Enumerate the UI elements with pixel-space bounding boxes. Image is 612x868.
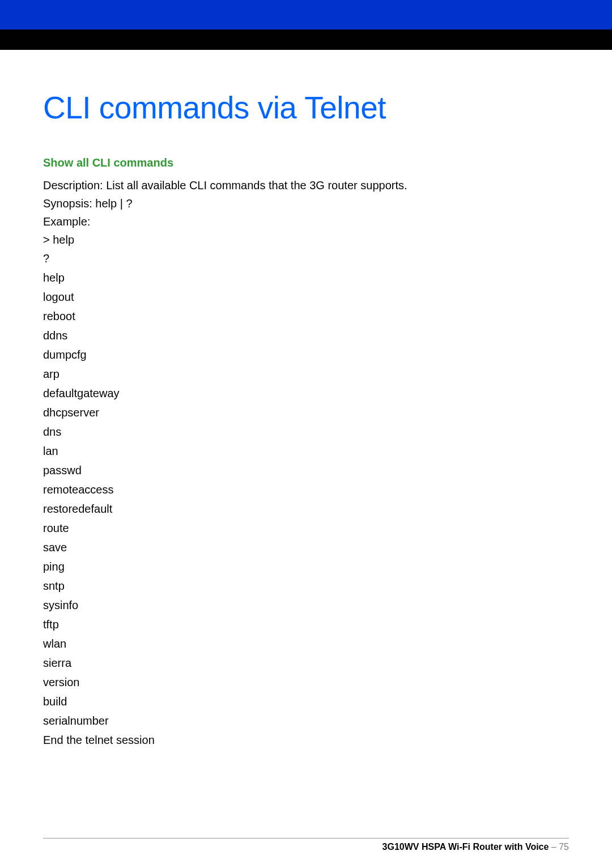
- command-line: logout: [43, 287, 569, 307]
- command-line: serialnumber: [43, 711, 569, 730]
- document-page: CLI commands via Telnet Show all CLI com…: [0, 0, 612, 868]
- command-line: sysinfo: [43, 595, 569, 615]
- description-line: Description: List all available CLI comm…: [43, 176, 569, 194]
- command-line: ?: [43, 249, 569, 268]
- command-line: help: [43, 268, 569, 287]
- footer-page-number: 75: [559, 842, 569, 852]
- command-line: dumpcfg: [43, 345, 569, 364]
- command-line: wlan: [43, 634, 569, 653]
- command-line: dns: [43, 422, 569, 441]
- command-line: End the telnet session: [43, 730, 569, 750]
- command-line: remoteaccess: [43, 480, 569, 499]
- example-prompt: > help: [43, 231, 569, 249]
- command-list: ? help logout reboot ddns dumpcfg arp de…: [43, 249, 569, 750]
- command-line: ping: [43, 557, 569, 576]
- command-line: sntp: [43, 576, 569, 595]
- command-line: defaultgateway: [43, 384, 569, 403]
- command-line: restoredefault: [43, 499, 569, 518]
- command-line: route: [43, 518, 569, 538]
- command-line: build: [43, 692, 569, 711]
- example-label: Example:: [43, 212, 569, 231]
- command-line: reboot: [43, 307, 569, 326]
- command-line: lan: [43, 441, 569, 461]
- synopsis-line: Synopsis: help | ?: [43, 194, 569, 212]
- command-line: save: [43, 538, 569, 557]
- command-line: ddns: [43, 326, 569, 345]
- command-line: passwd: [43, 461, 569, 480]
- header-bar-black: [0, 29, 612, 50]
- command-line: version: [43, 673, 569, 692]
- section-heading: Show all CLI commands: [43, 156, 569, 169]
- command-line: sierra: [43, 653, 569, 673]
- page-footer: 3G10WV HSPA Wi-Fi Router with Voice – 75: [43, 838, 569, 852]
- footer-separator: –: [549, 842, 559, 852]
- command-line: tftp: [43, 615, 569, 634]
- header-bar-blue: [0, 0, 612, 29]
- command-line: dhcpserver: [43, 403, 569, 422]
- page-title: CLI commands via Telnet: [43, 90, 569, 126]
- command-line: arp: [43, 364, 569, 384]
- footer-product: 3G10WV HSPA Wi-Fi Router with Voice: [382, 842, 549, 852]
- content-area: CLI commands via Telnet Show all CLI com…: [0, 50, 612, 750]
